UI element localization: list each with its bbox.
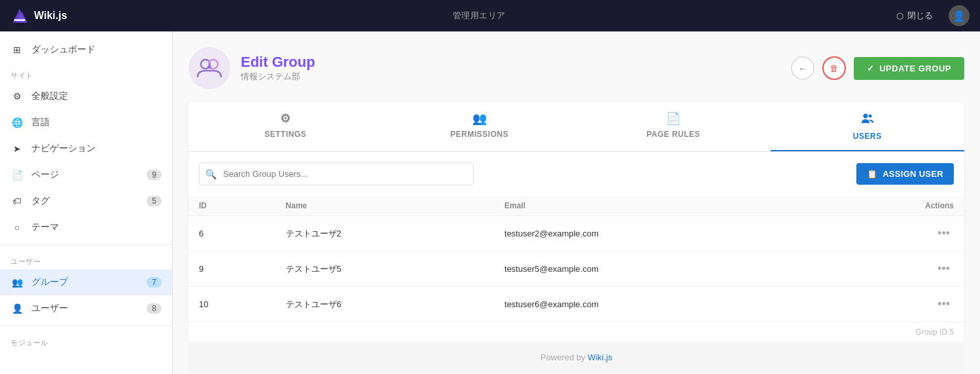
permissions-tab-icon: 👥 bbox=[472, 111, 487, 126]
cell-actions: ••• bbox=[822, 287, 964, 322]
sidebar-item-theme[interactable]: ○ テーマ bbox=[0, 214, 172, 240]
group-icon-avatar bbox=[188, 47, 230, 89]
sidebar-item-dashboard[interactable]: ⊞ ダッシュボード bbox=[0, 37, 172, 63]
table-row: 6 テストユーザ2 testuser2@example.com ••• bbox=[188, 216, 964, 252]
powered-by-footer: Powered by Wiki.js bbox=[188, 342, 964, 373]
cell-id: 6 bbox=[188, 216, 275, 252]
users-badge: 8 bbox=[147, 303, 162, 314]
logo[interactable]: Wiki.js bbox=[10, 7, 67, 25]
row-actions-button[interactable]: ••• bbox=[934, 261, 954, 277]
table-row: 10 テストユーザ6 testuser6@example.com ••• bbox=[188, 287, 964, 322]
delete-button[interactable]: 🗑 bbox=[822, 56, 846, 80]
close-button[interactable]: ⬡ 閉じる bbox=[891, 7, 938, 24]
sidebar-section-modules: モジュール bbox=[0, 330, 172, 350]
back-button[interactable]: ← bbox=[791, 56, 814, 80]
tab-permissions-label: PERMISSIONS bbox=[450, 130, 508, 139]
back-icon: ← bbox=[798, 64, 807, 73]
cell-actions: ••• bbox=[822, 216, 964, 252]
users-table: ID Name Email Actions 6 テストユーザ2 testuser… bbox=[188, 196, 964, 322]
cell-id: 10 bbox=[188, 287, 275, 322]
cell-name: テストユーザ6 bbox=[275, 287, 494, 322]
sidebar-item-navigation[interactable]: ➤ ナビゲーション bbox=[0, 136, 172, 162]
svg-point-7 bbox=[868, 115, 871, 118]
update-group-label: UPDATE GROUP bbox=[879, 64, 951, 73]
svg-point-6 bbox=[863, 114, 867, 119]
topnav: Wiki.js 管理用エリア ⬡ 閉じる 👤 bbox=[0, 0, 980, 31]
settings-icon: ⚙ bbox=[10, 90, 24, 103]
sidebar-item-label: ページ bbox=[31, 169, 59, 181]
cell-id: 9 bbox=[188, 252, 275, 287]
cell-name: テストユーザ2 bbox=[275, 216, 494, 252]
delete-icon: 🗑 bbox=[830, 64, 838, 73]
admin-area-label: 管理用エリア bbox=[67, 10, 891, 22]
cell-email: testuser5@example.com bbox=[494, 252, 822, 287]
sidebar-item-pages[interactable]: 📄 ページ 9 bbox=[0, 162, 172, 188]
checkmark-icon: ✓ bbox=[867, 64, 875, 73]
toolbar: 🔍 📋 ASSIGN USER bbox=[188, 152, 964, 196]
page-subtitle: 情報システム部 bbox=[241, 71, 791, 83]
settings-tab-icon: ⚙ bbox=[280, 111, 291, 126]
theme-icon: ○ bbox=[10, 221, 24, 234]
close-icon: ⬡ bbox=[896, 11, 903, 21]
sidebar-item-label: 全般設定 bbox=[31, 90, 68, 102]
topnav-right: ⬡ 閉じる 👤 bbox=[891, 5, 970, 26]
wikijs-link[interactable]: Wiki.js bbox=[587, 352, 612, 362]
page-header-info: Edit Group 情報システム部 bbox=[241, 54, 791, 83]
update-group-button[interactable]: ✓ UPDATE GROUP bbox=[854, 57, 964, 80]
file-icon: 📄 bbox=[10, 168, 24, 181]
assign-user-label: ASSIGN USER bbox=[883, 169, 943, 179]
assign-icon: 📋 bbox=[867, 169, 877, 179]
logo-text: Wiki.js bbox=[34, 10, 67, 22]
col-name: Name bbox=[275, 196, 494, 216]
globe-icon: 🌐 bbox=[10, 116, 24, 129]
tab-settings-label: SETTINGS bbox=[264, 130, 306, 139]
tag-icon: 🏷 bbox=[10, 195, 24, 208]
groups-badge: 7 bbox=[147, 277, 162, 288]
tab-page-rules[interactable]: 📄 PAGE RULES bbox=[576, 102, 771, 151]
avatar-icon: 👤 bbox=[953, 10, 966, 22]
powered-by-text: Powered by bbox=[540, 352, 587, 362]
users-tab-icon bbox=[861, 111, 874, 128]
tab-permissions[interactable]: 👥 PERMISSIONS bbox=[383, 102, 577, 151]
groups-icon: 👥 bbox=[10, 276, 24, 289]
sidebar-item-general[interactable]: ⚙ 全般設定 bbox=[0, 83, 172, 109]
search-input[interactable] bbox=[199, 162, 474, 185]
card-footer: Group ID 5 bbox=[188, 322, 964, 342]
assign-user-button[interactable]: 📋 ASSIGN USER bbox=[856, 163, 954, 185]
cell-actions: ••• bbox=[822, 252, 964, 287]
col-actions: Actions bbox=[822, 196, 964, 216]
pagerules-tab-icon: 📄 bbox=[666, 111, 681, 126]
sidebar: ⊞ ダッシュボード サイト ⚙ 全般設定 🌐 言語 ➤ ナビゲーション 📄 ペー… bbox=[0, 31, 173, 374]
avatar[interactable]: 👤 bbox=[949, 5, 970, 26]
close-label: 閉じる bbox=[907, 10, 933, 22]
main-content: Edit Group 情報システム部 ← 🗑 ✓ UPDATE GROUP bbox=[173, 31, 980, 374]
sidebar-divider-2 bbox=[0, 326, 172, 326]
tab-users[interactable]: USERS bbox=[771, 102, 965, 151]
cell-name: テストユーザ5 bbox=[275, 252, 494, 287]
tab-settings[interactable]: ⚙ SETTINGS bbox=[188, 102, 383, 151]
tab-page-rules-label: PAGE RULES bbox=[646, 130, 700, 139]
group-card: ⚙ SETTINGS 👥 PERMISSIONS 📄 PAGE RULES bbox=[188, 102, 964, 342]
table-row: 9 テストユーザ5 testuser5@example.com ••• bbox=[188, 252, 964, 287]
user-icon: 👤 bbox=[10, 302, 24, 315]
grid-icon: ⊞ bbox=[10, 43, 24, 56]
sidebar-item-label: ダッシュボード bbox=[31, 44, 96, 56]
sidebar-section-users: ユーザー bbox=[0, 249, 172, 269]
sidebar-item-label: タグ bbox=[31, 195, 50, 207]
sidebar-item-language[interactable]: 🌐 言語 bbox=[0, 109, 172, 136]
sidebar-section-site: サイト bbox=[0, 63, 172, 83]
page-header: Edit Group 情報システム部 ← 🗑 ✓ UPDATE GROUP bbox=[188, 47, 964, 89]
tab-users-label: USERS bbox=[853, 132, 882, 141]
cell-email: testuser6@example.com bbox=[494, 287, 822, 322]
tags-badge: 5 bbox=[147, 196, 162, 206]
page-title: Edit Group bbox=[241, 54, 791, 71]
row-actions-button[interactable]: ••• bbox=[934, 225, 954, 242]
search-icon: 🔍 bbox=[205, 169, 217, 179]
page-header-actions: ← 🗑 ✓ UPDATE GROUP bbox=[791, 56, 964, 80]
navigation-icon: ➤ bbox=[10, 142, 24, 155]
sidebar-item-tags[interactable]: 🏷 タグ 5 bbox=[0, 188, 172, 214]
col-email: Email bbox=[494, 196, 822, 216]
sidebar-item-users[interactable]: 👤 ユーザー 8 bbox=[0, 295, 172, 322]
row-actions-button[interactable]: ••• bbox=[934, 296, 954, 312]
sidebar-item-groups[interactable]: 👥 グループ 7 bbox=[0, 269, 172, 295]
